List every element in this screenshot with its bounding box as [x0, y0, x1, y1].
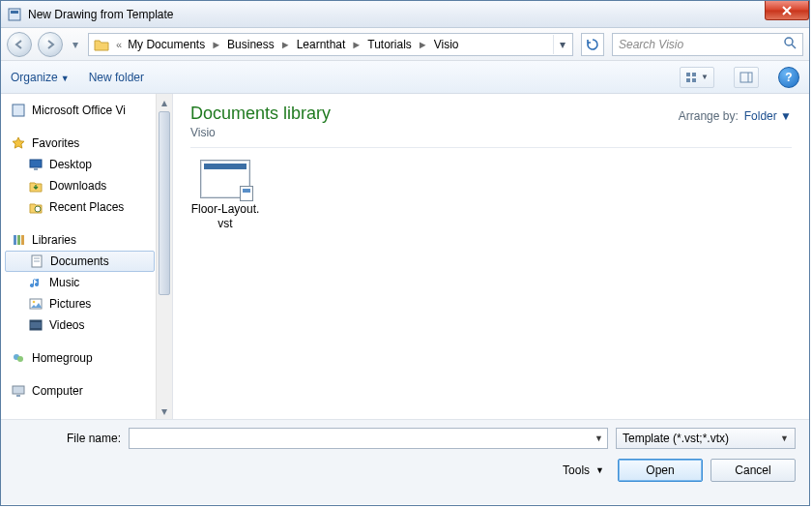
sidebar-item-videos[interactable]: Videos — [5, 314, 155, 336]
music-icon — [28, 275, 44, 290]
window-title: New Drawing from Template — [28, 8, 174, 21]
toolbar: Organize▼ New folder ▼ ? — [1, 61, 809, 94]
sidebar-item-documents[interactable]: Documents — [5, 251, 155, 272]
sidebar-item-pictures[interactable]: Pictures — [5, 293, 155, 314]
breadcrumb-item[interactable]: Visio — [432, 38, 461, 51]
desktop-icon — [28, 157, 44, 172]
chevron-down-icon[interactable]: ▼ — [594, 433, 603, 443]
library-subtitle: Visio — [190, 126, 331, 139]
svg-rect-24 — [30, 328, 42, 330]
breadcrumb-item[interactable]: Business — [225, 38, 276, 51]
svg-rect-23 — [30, 320, 42, 322]
new-folder-button[interactable]: New folder — [89, 71, 144, 84]
sidebar-group-libraries[interactable]: Libraries — [5, 229, 155, 251]
scrollbar-thumb[interactable] — [159, 111, 170, 295]
svg-point-26 — [17, 356, 23, 362]
preview-pane-button[interactable] — [734, 67, 759, 88]
svg-point-2 — [785, 38, 793, 45]
dialog-window: New Drawing from Template ▾ « My Documen… — [0, 0, 810, 506]
sidebar: Microsoft Office Vi Favorites Desktop Do… — [1, 94, 173, 419]
tools-button[interactable]: Tools▼ — [563, 463, 604, 477]
breadcrumb-item[interactable]: Learnthat — [295, 38, 348, 51]
search-icon — [783, 36, 797, 52]
chevron-right-icon[interactable]: ► — [207, 39, 225, 50]
open-button[interactable]: Open — [618, 459, 703, 482]
svg-rect-16 — [21, 235, 24, 245]
sidebar-item-downloads[interactable]: Downloads — [5, 175, 155, 196]
computer-icon — [11, 383, 26, 399]
svg-rect-11 — [30, 160, 42, 167]
chevron-right-icon[interactable]: ► — [414, 39, 432, 50]
filename-label: File name: — [14, 432, 121, 445]
sidebar-item-desktop[interactable]: Desktop — [5, 154, 155, 175]
footer: File name: ▼ Template (*.vst;*.vtx) ▼ To… — [1, 419, 809, 504]
scroll-down-icon[interactable]: ▾ — [157, 403, 172, 419]
homegroup-icon — [11, 350, 26, 366]
breadcrumb-overflow[interactable]: « — [112, 39, 126, 50]
libraries-icon — [11, 232, 26, 248]
sidebar-item-recent[interactable]: Recent Places — [5, 196, 155, 218]
star-icon — [11, 135, 26, 151]
sidebar-group-favorites[interactable]: Favorites — [5, 133, 155, 154]
svg-rect-27 — [13, 386, 24, 394]
forward-button[interactable] — [38, 32, 63, 57]
titlebar[interactable]: New Drawing from Template — [1, 1, 809, 28]
chevron-right-icon[interactable]: ► — [276, 39, 295, 50]
svg-point-21 — [33, 301, 36, 304]
folder-icon — [93, 36, 110, 53]
file-item[interactable]: Floor-Layout.vst — [190, 160, 260, 231]
sidebar-item-computer[interactable]: Computer — [5, 380, 155, 402]
close-button[interactable] — [765, 1, 809, 20]
filename-input[interactable]: ▼ — [129, 428, 608, 449]
svg-rect-4 — [686, 73, 690, 76]
recent-icon — [28, 199, 44, 215]
cancel-button[interactable]: Cancel — [710, 459, 796, 482]
back-button[interactable] — [7, 32, 32, 57]
chevron-right-icon[interactable]: ► — [347, 39, 365, 50]
nav-bar: ▾ « My Documents ► Business ► Learnthat … — [1, 28, 809, 61]
sidebar-scrollbar[interactable]: ▴ ▾ — [156, 94, 172, 419]
svg-rect-10 — [13, 105, 24, 116]
svg-rect-20 — [30, 299, 42, 309]
svg-rect-17 — [32, 255, 42, 267]
svg-rect-7 — [692, 78, 696, 82]
document-icon — [29, 254, 44, 269]
scroll-up-icon[interactable]: ▴ — [157, 94, 172, 110]
arrange-by[interactable]: Arrange by: Folder ▼ — [679, 104, 792, 123]
svg-rect-1 — [11, 11, 18, 14]
svg-point-25 — [14, 354, 19, 360]
breadcrumb-item[interactable]: Tutorials — [365, 38, 414, 51]
refresh-button[interactable] — [581, 33, 604, 56]
chevron-down-icon[interactable]: ▼ — [780, 433, 789, 443]
svg-rect-14 — [14, 235, 16, 245]
app-icon — [7, 7, 22, 22]
svg-rect-12 — [34, 168, 38, 170]
pictures-icon — [28, 296, 44, 312]
svg-rect-22 — [30, 320, 42, 330]
breadcrumb-item[interactable]: My Documents — [126, 38, 207, 51]
file-filter-dropdown[interactable]: Template (*.vst;*.vtx) ▼ — [616, 428, 796, 449]
sidebar-item-homegroup[interactable]: Homegroup — [5, 347, 155, 369]
visio-icon — [11, 103, 26, 118]
file-thumbnail — [200, 160, 250, 198]
svg-rect-15 — [17, 235, 20, 245]
file-name: Floor-Layout.vst — [190, 202, 260, 231]
recent-locations-button[interactable]: ▾ — [69, 32, 82, 57]
help-button[interactable]: ? — [778, 67, 799, 88]
body: Microsoft Office Vi Favorites Desktop Do… — [1, 94, 809, 419]
organize-button[interactable]: Organize▼ — [11, 71, 70, 84]
svg-rect-6 — [686, 78, 690, 82]
sidebar-item-office[interactable]: Microsoft Office Vi — [5, 100, 155, 121]
breadcrumb-dropdown[interactable]: ▾ — [553, 35, 570, 54]
nav-tree: Microsoft Office Vi Favorites Desktop Do… — [1, 100, 172, 402]
svg-rect-28 — [16, 395, 20, 397]
sidebar-item-music[interactable]: Music — [5, 272, 155, 293]
svg-line-3 — [792, 45, 796, 48]
svg-rect-0 — [9, 9, 20, 20]
view-options-button[interactable]: ▼ — [680, 67, 714, 88]
search-input[interactable]: Search Visio — [612, 33, 803, 56]
svg-rect-5 — [692, 73, 696, 76]
window-buttons — [765, 1, 809, 20]
breadcrumb[interactable]: « My Documents ► Business ► Learnthat ► … — [88, 33, 573, 56]
library-title: Documents library — [190, 104, 331, 124]
